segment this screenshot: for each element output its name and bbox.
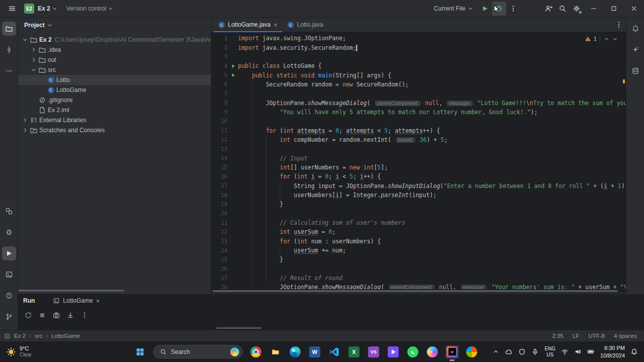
breadcrumb-file[interactable]: LottoGame [46, 333, 80, 339]
more-tool-windows-button[interactable] [2, 64, 16, 78]
code-line-12[interactable]: 12 int compNumber = random.nextInt( boun… [211, 135, 626, 144]
project-tool-button[interactable] [2, 22, 16, 36]
code-line-14[interactable]: 14 // Input [211, 153, 626, 162]
database-button[interactable] [628, 64, 642, 78]
notification-bell-icon[interactable] [630, 348, 638, 355]
scroll-to-end-button[interactable] [66, 311, 74, 319]
taskbar-app-word[interactable]: W [308, 345, 321, 358]
battery-icon[interactable] [587, 348, 595, 355]
previous-problem-button[interactable] [603, 36, 610, 42]
code-line-7[interactable]: 7 [211, 89, 626, 98]
chevron-right-icon[interactable] [21, 127, 29, 134]
code-line-26[interactable]: 26 [211, 264, 626, 274]
run-line-icon[interactable] [230, 63, 238, 69]
run-button[interactable] [478, 2, 492, 16]
tree-item-lottogame[interactable]: CLottoGame [18, 85, 211, 95]
indent-widget[interactable]: 4 spaces [614, 333, 637, 339]
debug-tool-button[interactable] [2, 225, 16, 239]
screenshot-button[interactable] [52, 311, 60, 319]
tree-item-ex-2[interactable]: Ex 2C:\Users\josep\Dropbox\AI Centennial… [18, 35, 211, 45]
tree-item-src[interactable]: src [18, 65, 211, 75]
tree-item-lotto[interactable]: CLotto [18, 75, 211, 85]
code-line-28[interactable]: 28 JOptionPane.showMessageDialog( parent… [211, 283, 626, 289]
main-menu-button[interactable] [5, 2, 19, 16]
run-tab-lottogame[interactable]: LottoGame [49, 294, 104, 308]
code-line-2[interactable]: 2import java.security.SecureRandom; [211, 43, 626, 52]
rerun-button[interactable] [24, 311, 32, 319]
close-tab-icon[interactable] [274, 21, 278, 29]
taskbar-app-media-player[interactable] [387, 345, 400, 358]
taskbar-app-file-explorer[interactable] [269, 345, 282, 358]
minimize-button[interactable] [584, 0, 604, 17]
close-button[interactable] [624, 0, 644, 17]
taskbar-search[interactable]: Search [153, 345, 243, 358]
code-line-19[interactable]: 19 } [211, 200, 626, 209]
close-run-tab-icon[interactable] [96, 297, 100, 305]
tree-item-ex-2-iml[interactable]: Ex 2.iml [18, 105, 211, 115]
code-line-21[interactable]: 21 // Calculating sum of user's numbers [211, 218, 626, 227]
code-line-9[interactable]: 9 "You will have only 5 attempts to matc… [211, 108, 626, 117]
code-line-1[interactable]: 1import javax.swing.JOptionPane; [211, 34, 626, 43]
commit-tool-button[interactable] [2, 43, 16, 57]
tree-item-external-libraries[interactable]: External Libraries [18, 115, 211, 125]
services-tool-button[interactable] [2, 204, 16, 218]
code-line-8[interactable]: 8 JOptionPane.showMessageDialog( parentC… [211, 98, 626, 107]
code-line-3[interactable]: 3 [211, 52, 626, 61]
run-line-icon[interactable] [230, 72, 238, 78]
version-control-tool-button[interactable] [2, 310, 16, 324]
tray-expand-icon[interactable] [492, 348, 500, 355]
code-line-27[interactable]: 27 // Result of round [211, 274, 626, 283]
taskbar-app-edge[interactable] [289, 345, 302, 358]
breadcrumb-project[interactable]: Ex 2 [14, 333, 26, 339]
chevron-down-icon[interactable] [30, 66, 38, 73]
taskbar-app-whatsapp[interactable] [407, 345, 420, 358]
code-line-18[interactable]: 18 userNumbers[i] = Integer.parseInt(inp… [211, 191, 626, 200]
breadcrumb-src[interactable]: src [29, 333, 42, 339]
project-panel-header[interactable]: Project [18, 18, 211, 33]
weather-widget[interactable]: 9°C Clear [6, 345, 32, 358]
code-line-20[interactable]: 20 [211, 209, 626, 218]
chevron-right-icon[interactable] [21, 117, 29, 124]
taskbar-app-vscode[interactable] [328, 345, 341, 358]
microphone-icon[interactable] [531, 348, 539, 355]
code-line-4[interactable]: 4public class LottoGame { [211, 61, 626, 70]
taskbar-app-intellij[interactable]: IJ [446, 345, 459, 358]
code-with-me-button[interactable] [541, 2, 555, 16]
caret-position-widget[interactable]: 2:35 [552, 333, 564, 339]
search-everywhere-button[interactable] [555, 2, 570, 16]
tree-item-out[interactable]: out [18, 55, 211, 65]
line-separator-widget[interactable]: LF [573, 333, 579, 339]
code-line-10[interactable]: 10 [211, 117, 626, 126]
taskbar-app-copilot[interactable] [426, 345, 439, 358]
chevron-down-icon[interactable] [21, 36, 29, 43]
code-line-16[interactable]: 16 for (int i = 0; i < 5; i++) { [211, 172, 626, 181]
start-button[interactable] [134, 345, 147, 358]
project-panel-hscrollbar[interactable] [18, 290, 124, 292]
wifi-icon[interactable] [561, 348, 569, 355]
t ab-lotto-java[interactable]: C Lotto.java [282, 18, 328, 32]
editor-options-button[interactable] [612, 18, 626, 32]
run-more-button[interactable] [80, 311, 89, 319]
inspections-widget[interactable]: 1 [582, 35, 621, 43]
maximize-button[interactable] [604, 0, 624, 17]
clock-widget[interactable]: 8:30 PM 10/8/2024 [600, 344, 625, 359]
code-line-11[interactable]: 11 for (int attempts = 0; attempts < 5; … [211, 126, 626, 135]
settings-button[interactable] [570, 2, 584, 16]
ai-assistant-button[interactable] [628, 43, 642, 57]
vcs-widget[interactable]: Version control [66, 5, 114, 12]
taskbar-app-visual-studio[interactable]: VS [367, 345, 380, 358]
taskbar-app-excel[interactable]: X [348, 345, 361, 358]
problems-tool-button[interactable] [2, 289, 16, 303]
editor-hscrollbar[interactable] [212, 290, 618, 292]
chevron-right-icon[interactable] [30, 46, 38, 53]
notifications-button[interactable] [628, 22, 642, 36]
next-problem-button[interactable] [612, 36, 618, 42]
code-line-25[interactable]: 25 } [211, 255, 626, 264]
tab-lottogame-java[interactable]: C LottoGame.java [213, 18, 282, 32]
more-actions-button[interactable] [506, 2, 520, 16]
taskbar-app-chrome[interactable] [250, 345, 263, 358]
code-line-6[interactable]: 6 SecureRandom random = new SecureRandom… [211, 80, 626, 89]
code-line-17[interactable]: 17 String input = JOptionPane.showInputD… [211, 182, 626, 191]
code-line-24[interactable]: 24 userSum += num; [211, 246, 626, 255]
volume-icon[interactable] [574, 348, 582, 355]
